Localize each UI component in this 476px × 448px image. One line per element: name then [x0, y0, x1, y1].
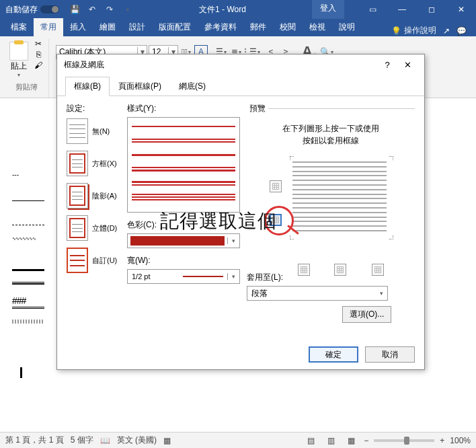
web-layout-icon[interactable]: ▦ — [344, 435, 358, 447]
zoom-out-icon[interactable]: − — [364, 436, 368, 445]
clipboard-group-label: 剪貼簿 — [8, 81, 44, 94]
dialog-title: 框線及網底 — [64, 59, 104, 71]
zoom-in-icon[interactable]: + — [440, 436, 444, 445]
spell-check-icon[interactable]: 📖 — [100, 436, 110, 445]
setting-label: 設定: — [67, 103, 120, 114]
setting-3d[interactable]: 立體(D) — [67, 215, 120, 241]
macro-icon[interactable]: ▦ — [163, 436, 171, 445]
page-indicator[interactable]: 第 1 頁，共 1 頁 — [5, 435, 64, 446]
dialog-help-icon[interactable]: ? — [377, 54, 397, 75]
tab-shading[interactable]: 網底(S) — [170, 77, 214, 96]
tab-design[interactable]: 設計 — [122, 18, 152, 36]
tab-file[interactable]: 檔案 — [4, 18, 34, 36]
language-indicator[interactable]: 英文 (美國) — [117, 435, 157, 446]
qat-more-icon[interactable] — [121, 3, 133, 15]
preview-diagram[interactable] — [266, 153, 400, 268]
tell-me[interactable]: 💡操作說明 — [391, 25, 436, 36]
copy-icon[interactable]: ⎘ — [32, 50, 44, 59]
tab-view[interactable]: 檢視 — [303, 18, 332, 36]
preview-hint: 在下列圖形上按一下或使用按鈕以套用框線 — [247, 122, 415, 147]
cancel-button[interactable]: 取消 — [365, 346, 415, 363]
preview-label: 預覽 — [247, 103, 268, 114]
tab-references[interactable]: 參考資料 — [198, 18, 243, 36]
close-icon[interactable]: ✕ — [446, 0, 476, 19]
annotation-text: 記得選取這個 — [160, 209, 277, 234]
setting-shadow[interactable]: 陰影(A) — [67, 183, 120, 209]
apply-to-select[interactable]: 段落▾ — [247, 286, 388, 301]
ribbon-display-icon[interactable]: ▭ — [358, 0, 387, 19]
style-label: 樣式(Y): — [127, 103, 240, 114]
tab-borders[interactable]: 框線(B) — [65, 77, 110, 96]
minimize-icon[interactable]: — — [387, 0, 417, 19]
tab-insert[interactable]: 插入 — [63, 18, 93, 36]
print-layout-icon[interactable]: ▥ — [323, 435, 338, 447]
paste-button[interactable]: 貼上 ▾ — [8, 39, 30, 81]
tab-page-border[interactable]: 頁面框線(P) — [110, 77, 170, 96]
width-combo[interactable]: 1/2 pt▾ — [127, 269, 240, 284]
share-icon[interactable]: ↗ — [443, 26, 450, 36]
setting-custom[interactable]: 自訂(U) — [67, 248, 120, 273]
cut-icon[interactable]: ✂ — [32, 39, 44, 48]
comments-icon[interactable]: 💬 — [457, 26, 467, 36]
tab-review[interactable]: 校閱 — [273, 18, 303, 36]
border-bottom-button[interactable] — [298, 264, 310, 276]
read-mode-icon[interactable]: ▤ — [303, 435, 318, 447]
redo-icon[interactable]: ↷ — [104, 3, 116, 15]
setting-box[interactable]: 方框(X) — [67, 151, 120, 176]
border-inside-button[interactable] — [334, 264, 346, 276]
document-content: --- ∿∿∿∿∿∿∿ ### — [12, 171, 44, 334]
options-button[interactable]: 選項(O)... — [342, 306, 391, 323]
apply-to-label: 套用至(L): — [247, 272, 415, 283]
tab-layout[interactable]: 版面配置 — [152, 18, 198, 36]
style-list[interactable] — [127, 117, 240, 213]
border-right-button[interactable] — [372, 264, 384, 276]
title-bar: 自動儲存 💾 ↶ ↷ 文件1 - Word 登入 ▭ — ◻ ✕ — [0, 0, 476, 19]
status-bar: 第 1 頁，共 1 頁 5 個字 📖 英文 (美國) ▦ ▤ ▥ ▦ − + 1… — [0, 432, 476, 448]
tab-home[interactable]: 常用 — [34, 18, 63, 36]
undo-icon[interactable]: ↶ — [86, 3, 98, 15]
maximize-icon[interactable]: ◻ — [417, 0, 446, 19]
zoom-slider[interactable] — [374, 439, 434, 442]
save-icon[interactable]: 💾 — [69, 3, 81, 15]
text-cursor — [20, 367, 22, 378]
word-count[interactable]: 5 個字 — [71, 435, 93, 446]
window-title: 文件1 - Word — [133, 4, 312, 15]
setting-none[interactable]: 無(N) — [67, 118, 120, 144]
ribbon-tabs: 檔案 常用 插入 繪圖 設計 版面配置 參考資料 郵件 校閱 檢視 說明 💡操作… — [0, 19, 476, 36]
tab-help[interactable]: 說明 — [332, 18, 362, 36]
signin-button[interactable]: 登入 — [312, 0, 344, 19]
width-label: 寬(W): — [127, 255, 240, 266]
zoom-level[interactable]: 100% — [450, 436, 471, 445]
ok-button[interactable]: 確定 — [309, 346, 358, 363]
autosave-toggle[interactable]: 自動儲存 — [5, 4, 59, 15]
format-painter-icon[interactable]: 🖌 — [32, 61, 44, 70]
dialog-close-icon[interactable]: ✕ — [397, 54, 418, 75]
color-combo[interactable]: ▾ — [127, 233, 240, 248]
border-top-button[interactable] — [270, 180, 282, 192]
tab-draw[interactable]: 繪圖 — [93, 18, 122, 36]
tab-mailings[interactable]: 郵件 — [243, 18, 273, 36]
